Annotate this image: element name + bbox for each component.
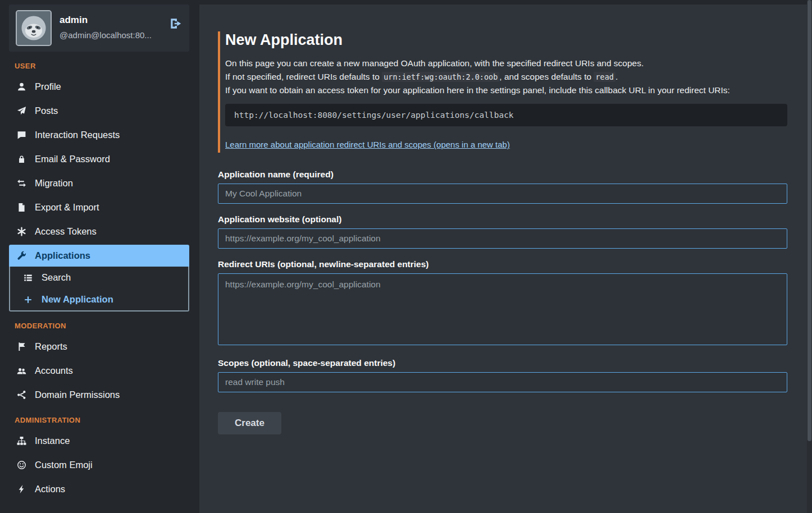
sidebar-item-reports[interactable]: Reports [9,336,189,358]
application-name-input[interactable] [218,184,787,204]
user-meta: admin @admin@localhost:80... [60,10,161,40]
new-application-form: Application name (required) Application … [218,170,787,434]
callback-url-code-block: http://localhost:8080/settings/user/appl… [225,104,787,126]
transfer-arrows-icon [16,178,27,188]
sidebar-item-label: Accounts [35,365,73,376]
sidebar-item-interaction-requests[interactable]: Interaction Requests [9,124,189,146]
sidebar-item-label: Actions [35,484,65,494]
sidebar-item-label: Search [42,272,71,283]
sidebar-item-label: Email & Password [35,154,110,164]
users-icon [16,366,27,375]
sidebar-item-label: Domain Permissions [35,390,120,400]
redirect-uris-textarea[interactable] [218,273,787,345]
application-website-field: Application website (optional) [218,214,787,249]
sidebar-item-label: Custom Emoji [35,460,93,470]
scopes-field: Scopes (optional, space-separated entrie… [218,358,787,392]
sidebar-item-label: Reports [35,341,67,352]
sidebar-item-label: New Application [42,294,113,305]
avatar [16,10,52,46]
share-nodes-icon [16,390,27,400]
scrollbar-track[interactable] [807,0,812,513]
redirect-uris-field: Redirect URIs (optional, newline-separat… [218,259,787,347]
intro-line-2: If not specified, redirect URIs defaults… [225,70,787,84]
docs-link[interactable]: Learn more about application redirect UR… [225,140,510,149]
sidebar-item-applications-search[interactable]: Search [10,267,188,288]
sidebar-item-applications[interactable]: Applications [9,245,189,267]
comment-icon [16,130,27,140]
sidebar-item-instance[interactable]: Instance [9,430,189,452]
sitemap-icon [16,436,27,446]
nav-section-heading-administration: ADMINISTRATION [15,416,189,424]
plus-icon [22,295,34,304]
intro-block: New Application On this page you can cre… [218,31,787,153]
sidebar-item-actions[interactable]: Actions [9,478,189,500]
paper-plane-icon [16,106,27,116]
intro-line-1: On this page you can create a new manage… [225,57,787,70]
sidebar-item-posts[interactable]: Posts [9,100,189,122]
sidebar-item-label: Profile [35,81,61,92]
wrench-icon [16,251,27,260]
scrollbar-thumb[interactable] [808,0,811,441]
application-name-field: Application name (required) [218,170,787,204]
create-button[interactable]: Create [218,412,281,434]
sidebar-item-domain-permissions[interactable]: Domain Permissions [9,384,189,406]
list-icon [22,273,34,282]
sidebar-item-label: Migration [35,178,73,189]
asterisk-icon [16,227,27,236]
user-card: admin @admin@localhost:80... [9,4,189,52]
application-website-label: Application website (optional) [218,214,787,225]
user-name: admin [60,15,161,26]
oob-inline-code: urn:ietf:wg:oauth:2.0:oob [382,72,499,82]
nav-section-heading-moderation: MODERATION [15,322,189,330]
sidebar-item-custom-emoji[interactable]: Custom Emoji [9,454,189,476]
main-panel: New Application On this page you can cre… [199,4,807,513]
sidebar-item-migration[interactable]: Migration [9,172,189,194]
scopes-input[interactable] [218,372,787,392]
sidebar-item-label: Instance [35,436,70,446]
flag-icon [16,342,27,351]
logout-icon[interactable] [169,10,183,33]
scopes-label: Scopes (optional, space-separated entrie… [218,358,787,368]
lock-icon [16,154,27,164]
sidebar-item-export-import[interactable]: Export & Import [9,196,189,218]
application-website-input[interactable] [218,228,787,249]
applications-submenu: Search New Application [9,267,189,312]
sidebar-item-label: Posts [35,106,58,116]
intro-line-3: If you want to obtain an access token fo… [225,84,787,97]
sidebar-item-label: Access Tokens [35,226,97,237]
sidebar-item-label: Export & Import [35,202,99,213]
read-inline-code: read [594,72,615,82]
sidebar-item-new-application[interactable]: New Application [10,288,188,310]
sidebar: admin @admin@localhost:80... USER Profil… [0,0,199,513]
bolt-icon [16,484,27,494]
sidebar-item-profile[interactable]: Profile [9,76,189,98]
sidebar-item-label: Interaction Requests [35,130,120,140]
smile-icon [16,460,27,470]
redirect-uris-label: Redirect URIs (optional, newline-separat… [218,259,787,269]
file-export-icon [16,203,27,212]
application-name-label: Application name (required) [218,170,787,180]
page-title: New Application [225,31,787,49]
sidebar-item-email-password[interactable]: Email & Password [9,148,189,170]
user-handle: @admin@localhost:80... [60,30,161,40]
nav-section-heading-user: USER [15,62,189,70]
sidebar-item-accounts[interactable]: Accounts [9,360,189,382]
user-icon [16,82,27,91]
sidebar-item-access-tokens[interactable]: Access Tokens [9,221,189,242]
sidebar-item-label: Applications [35,250,90,261]
